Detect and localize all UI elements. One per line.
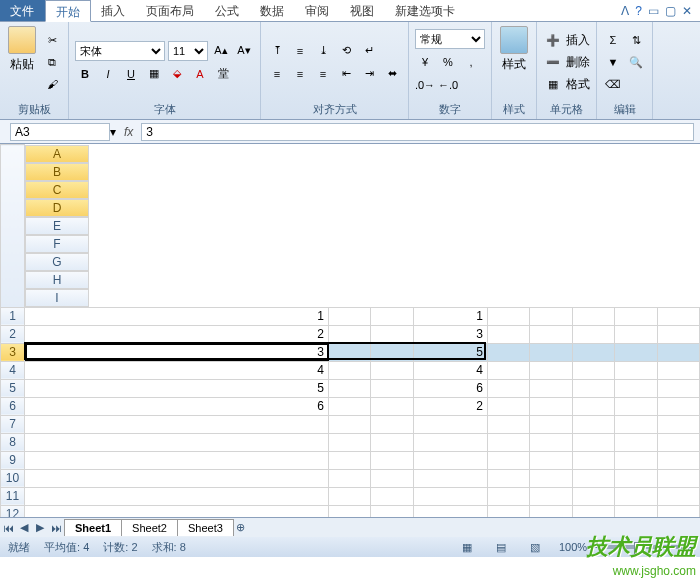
comma-button[interactable]: , — [461, 52, 481, 72]
cell-D9[interactable] — [413, 451, 487, 469]
row-header-7[interactable]: 7 — [1, 415, 25, 433]
cell-A12[interactable] — [25, 505, 329, 517]
cell-B8[interactable] — [329, 433, 371, 451]
cell-E3[interactable] — [487, 343, 529, 361]
tab-file[interactable]: 文件 — [0, 0, 45, 21]
col-header-G[interactable]: G — [25, 253, 89, 271]
row-header-5[interactable]: 5 — [1, 379, 25, 397]
cell-B3[interactable] — [329, 343, 371, 361]
cell-A11[interactable] — [25, 487, 329, 505]
tab-formulas[interactable]: 公式 — [205, 0, 250, 21]
cell-G12[interactable] — [572, 505, 614, 517]
cell-G6[interactable] — [572, 397, 614, 415]
cell-C2[interactable] — [371, 325, 413, 343]
cell-G1[interactable] — [572, 307, 614, 325]
cell-C11[interactable] — [371, 487, 413, 505]
cell-E9[interactable] — [487, 451, 529, 469]
row-header-1[interactable]: 1 — [1, 307, 25, 325]
cell-C6[interactable] — [371, 397, 413, 415]
cell-H11[interactable] — [615, 487, 657, 505]
cell-A4[interactable]: 4 — [25, 361, 329, 379]
col-header-I[interactable]: I — [25, 289, 89, 307]
cell-G4[interactable] — [572, 361, 614, 379]
delete-label[interactable]: 删除 — [566, 54, 590, 71]
dropdown-icon[interactable]: ▾ — [110, 125, 116, 139]
cell-H9[interactable] — [615, 451, 657, 469]
cell-D2[interactable]: 3 — [413, 325, 487, 343]
tab-layout[interactable]: 页面布局 — [136, 0, 205, 21]
format-painter-button[interactable]: 🖌 — [42, 74, 62, 94]
clear-button[interactable]: ⌫ — [603, 74, 623, 94]
cell-F12[interactable] — [530, 505, 572, 517]
cell-D8[interactable] — [413, 433, 487, 451]
cell-G10[interactable] — [572, 469, 614, 487]
cell-I12[interactable] — [657, 505, 699, 517]
cell-I6[interactable] — [657, 397, 699, 415]
cell-A8[interactable] — [25, 433, 329, 451]
minimize-ribbon-icon[interactable]: ᐱ — [621, 4, 629, 18]
cell-D10[interactable] — [413, 469, 487, 487]
cell-H10[interactable] — [615, 469, 657, 487]
cell-B5[interactable] — [329, 379, 371, 397]
cell-F11[interactable] — [530, 487, 572, 505]
cell-A5[interactable]: 5 — [25, 379, 329, 397]
cell-B10[interactable] — [329, 469, 371, 487]
cell-F10[interactable] — [530, 469, 572, 487]
sheet-tab-1[interactable]: Sheet1 — [64, 519, 122, 536]
cell-H6[interactable] — [615, 397, 657, 415]
cell-A2[interactable]: 2 — [25, 325, 329, 343]
cell-I10[interactable] — [657, 469, 699, 487]
cell-A7[interactable] — [25, 415, 329, 433]
window-max-icon[interactable]: ▢ — [665, 4, 676, 18]
cell-G2[interactable] — [572, 325, 614, 343]
border-button[interactable]: ▦ — [144, 64, 164, 84]
cell-I3[interactable] — [657, 343, 699, 361]
orientation-button[interactable]: ⟲ — [336, 41, 356, 61]
tab-data[interactable]: 数据 — [250, 0, 295, 21]
cell-I11[interactable] — [657, 487, 699, 505]
window-close-icon[interactable]: ✕ — [682, 4, 692, 18]
sheet-tab-2[interactable]: Sheet2 — [121, 519, 178, 536]
format-button[interactable]: ▦ — [543, 74, 563, 94]
align-center-button[interactable]: ≡ — [290, 64, 310, 84]
cell-C7[interactable] — [371, 415, 413, 433]
cell-D5[interactable]: 6 — [413, 379, 487, 397]
tab-insert[interactable]: 插入 — [91, 0, 136, 21]
align-bottom-button[interactable]: ⤓ — [313, 41, 333, 61]
cell-D1[interactable]: 1 — [413, 307, 487, 325]
col-header-F[interactable]: F — [25, 235, 89, 253]
cell-I4[interactable] — [657, 361, 699, 379]
row-header-4[interactable]: 4 — [1, 361, 25, 379]
styles-button[interactable]: 样式 — [498, 24, 530, 100]
col-header-E[interactable]: E — [25, 217, 89, 235]
fx-icon[interactable]: fx — [124, 125, 133, 139]
sheet-nav-prev[interactable]: ◀ — [16, 521, 32, 534]
col-header-H[interactable]: H — [25, 271, 89, 289]
cell-B2[interactable] — [329, 325, 371, 343]
row-header-12[interactable]: 12 — [1, 505, 25, 517]
cell-F6[interactable] — [530, 397, 572, 415]
cell-E4[interactable] — [487, 361, 529, 379]
cell-H3[interactable] — [615, 343, 657, 361]
cell-B12[interactable] — [329, 505, 371, 517]
indent-dec-button[interactable]: ⇤ — [336, 64, 356, 84]
cell-G11[interactable] — [572, 487, 614, 505]
view-break-button[interactable]: ▧ — [525, 537, 545, 557]
copy-button[interactable]: ⧉ — [42, 52, 62, 72]
paste-button[interactable]: 粘贴 — [6, 24, 38, 100]
cell-H2[interactable] — [615, 325, 657, 343]
cell-G9[interactable] — [572, 451, 614, 469]
cell-F4[interactable] — [530, 361, 572, 379]
cell-E8[interactable] — [487, 433, 529, 451]
cell-I9[interactable] — [657, 451, 699, 469]
sheet-nav-last[interactable]: ⏭ — [48, 522, 64, 534]
sheet-tab-3[interactable]: Sheet3 — [177, 519, 234, 536]
cell-I7[interactable] — [657, 415, 699, 433]
row-header-10[interactable]: 10 — [1, 469, 25, 487]
fill-button[interactable]: ▼ — [603, 52, 623, 72]
cell-A10[interactable] — [25, 469, 329, 487]
row-header-11[interactable]: 11 — [1, 487, 25, 505]
worksheet-grid[interactable]: ABCDEFGHI1112233354445566627891011121314… — [0, 144, 700, 517]
align-right-button[interactable]: ≡ — [313, 64, 333, 84]
underline-button[interactable]: U — [121, 64, 141, 84]
